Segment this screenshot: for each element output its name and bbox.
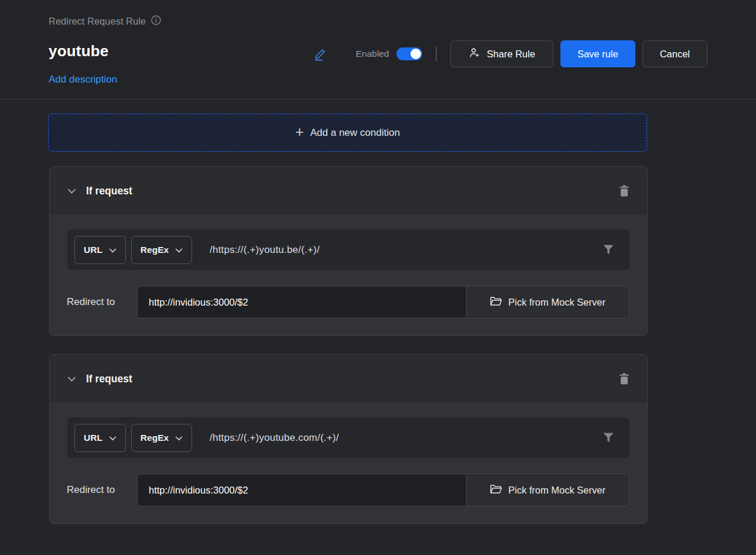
header-actions: Enabled Share Rule Save rule Cancel (313, 40, 707, 67)
condition-title: If request (86, 185, 132, 197)
source-condition-row: URL RegEx /https://(.+)youtube.com/(.+)/ (67, 417, 630, 458)
delete-condition-icon[interactable] (619, 373, 630, 385)
chevron-down-icon (175, 433, 183, 443)
pick-from-mock-server-label: Pick from Mock Server (508, 297, 606, 308)
redirect-destination-row: Redirect to Pick from Mock Server (67, 474, 630, 506)
source-key-select[interactable]: URL (74, 236, 126, 264)
source-key-value: URL (84, 433, 102, 443)
actions-divider (436, 47, 437, 61)
share-rule-button[interactable]: Share Rule (450, 40, 553, 67)
save-rule-button[interactable]: Save rule (560, 40, 635, 67)
source-value-input[interactable]: /https://(.+)youtube.com/(.+)/ (210, 432, 338, 444)
source-operator-value: RegEx (141, 433, 169, 443)
toggle-knob (411, 49, 421, 59)
redirect-destination-input[interactable] (137, 286, 467, 318)
source-value-input[interactable]: /https://(.+)youtu.be/(.+)/ (210, 244, 320, 256)
chevron-down-icon (109, 433, 117, 443)
delete-condition-icon[interactable] (619, 185, 630, 197)
add-condition-label: Add a new condition (310, 127, 400, 139)
rule-editor-header: Redirect Request Rule youtube Add descri… (0, 0, 756, 100)
folder-open-icon (490, 484, 502, 496)
source-operator-value: RegEx (141, 245, 169, 255)
chevron-down-icon[interactable] (67, 376, 76, 382)
plus-icon: + (295, 125, 304, 139)
chevron-down-icon (109, 245, 117, 255)
condition-card-2-body: URL RegEx /https://(.+)youtube.com/(.+)/ (50, 403, 647, 523)
source-operator-select[interactable]: RegEx (131, 424, 192, 452)
pick-from-mock-server-button[interactable]: Pick from Mock Server (467, 474, 630, 506)
condition-card-1: If request URL RegEx (49, 166, 648, 336)
redirect-to-label: Redirect to (67, 474, 137, 506)
filter-icon[interactable] (603, 433, 614, 443)
add-condition-button[interactable]: + Add a new condition (48, 114, 647, 152)
condition-card-2-header: If request (50, 355, 647, 403)
condition-title: If request (86, 373, 132, 385)
pick-from-mock-server-label: Pick from Mock Server (508, 485, 606, 496)
edit-rule-name-icon[interactable] (313, 47, 327, 61)
redirect-destination-row: Redirect to Pick from Mock Server (67, 286, 630, 318)
add-description-link[interactable]: Add description (49, 74, 117, 85)
breadcrumb: Redirect Request Rule (49, 15, 161, 28)
share-rule-label: Share Rule (487, 49, 535, 60)
condition-card-1-body: URL RegEx /https://(.+)youtu.be/(.+)/ (50, 215, 647, 335)
source-condition-row: URL RegEx /https://(.+)youtu.be/(.+)/ (67, 229, 630, 270)
enabled-toggle[interactable] (396, 47, 422, 60)
enabled-label: Enabled (355, 49, 389, 59)
redirect-destination-input[interactable] (137, 474, 467, 506)
source-operator-select[interactable]: RegEx (131, 236, 192, 264)
save-rule-label: Save rule (577, 49, 618, 60)
cancel-button[interactable]: Cancel (642, 40, 707, 67)
condition-card-1-header: If request (50, 167, 647, 215)
rule-name: youtube (49, 42, 109, 60)
cancel-label: Cancel (660, 49, 690, 60)
user-add-icon (468, 47, 480, 61)
rule-pairs-container: + Add a new condition If request URL (0, 100, 756, 524)
filter-icon[interactable] (603, 245, 614, 255)
folder-open-icon (490, 296, 502, 309)
chevron-down-icon (175, 245, 183, 255)
info-icon[interactable] (151, 15, 161, 28)
redirect-to-label: Redirect to (67, 286, 137, 318)
rule-type-label: Redirect Request Rule (49, 16, 146, 27)
source-key-select[interactable]: URL (74, 424, 126, 452)
chevron-down-icon[interactable] (67, 189, 76, 194)
pick-from-mock-server-button[interactable]: Pick from Mock Server (467, 286, 630, 318)
condition-card-2: If request URL RegEx (49, 354, 648, 524)
source-key-value: URL (84, 245, 102, 255)
